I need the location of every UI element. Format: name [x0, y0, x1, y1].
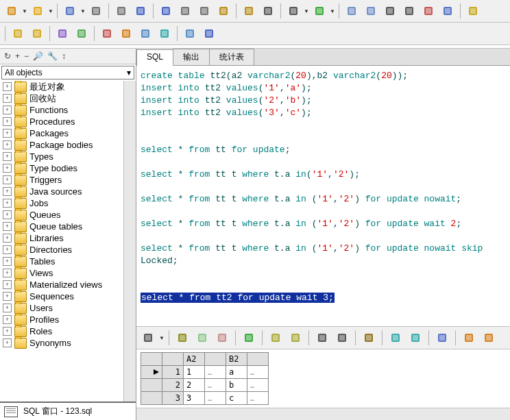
undo-button[interactable] — [132, 2, 149, 20]
svg-rect-41 — [470, 8, 476, 14]
svg-rect-33 — [387, 8, 393, 14]
svg-rect-37 — [426, 8, 431, 14]
main-toolbar-2 — [0, 23, 510, 45]
svg-rect-35 — [406, 8, 412, 14]
cylinder-lock-button[interactable] — [181, 25, 199, 42]
svg-rect-17 — [202, 8, 207, 14]
svg-rect-7 — [93, 8, 99, 14]
svg-rect-61 — [206, 31, 212, 36]
dropdown-icon[interactable]: ▼ — [330, 8, 335, 14]
cylinder-orange-button[interactable] — [117, 25, 135, 42]
wand-button[interactable] — [53, 25, 71, 42]
cut-button[interactable] — [176, 2, 194, 20]
svg-rect-51 — [104, 31, 110, 36]
svg-rect-1 — [9, 8, 14, 14]
exec-doc-button[interactable] — [343, 2, 361, 20]
dropdown-icon[interactable]: ▼ — [80, 8, 86, 14]
main-toolbar-1: ▼▼▼▼▼ — [0, 0, 510, 23]
svg-rect-25 — [291, 8, 296, 14]
svg-rect-47 — [60, 31, 65, 36]
cylinder-green-button[interactable] — [73, 25, 90, 42]
folder-open-yellow-button[interactable] — [29, 2, 47, 20]
svg-rect-5 — [67, 8, 73, 14]
gear-button[interactable] — [28, 25, 46, 42]
svg-rect-3 — [35, 8, 40, 14]
cylinder-sql-button[interactable] — [136, 25, 154, 42]
find-next-button[interactable] — [284, 2, 302, 20]
dropdown-icon[interactable]: ▼ — [22, 8, 27, 14]
dropdown-icon[interactable]: ▼ — [304, 8, 309, 14]
svg-rect-11 — [138, 8, 143, 14]
help-button[interactable] — [200, 25, 218, 42]
svg-rect-49 — [79, 31, 84, 36]
chat-button[interactable] — [464, 2, 482, 20]
print-button[interactable] — [87, 2, 105, 20]
print-preview-button[interactable] — [112, 2, 130, 20]
svg-rect-43 — [15, 31, 21, 36]
folder-open-button[interactable] — [3, 2, 21, 20]
svg-rect-29 — [349, 8, 354, 14]
svg-rect-53 — [123, 31, 129, 36]
copy-button[interactable] — [195, 2, 213, 20]
svg-rect-55 — [143, 31, 148, 36]
clipboard-button[interactable] — [240, 2, 258, 20]
dropdown-icon[interactable]: ▼ — [48, 8, 53, 14]
doc-blue-button[interactable] — [439, 2, 457, 20]
svg-rect-45 — [34, 31, 40, 36]
svg-rect-13 — [163, 8, 169, 14]
indent-right-button[interactable] — [400, 2, 418, 20]
cylinder-teal-button[interactable] — [156, 25, 173, 42]
svg-rect-57 — [162, 31, 167, 36]
doc-red-button[interactable] — [420, 2, 437, 20]
exec-green-button[interactable] — [311, 2, 328, 20]
svg-rect-31 — [368, 8, 374, 14]
save-button[interactable] — [61, 2, 79, 20]
svg-rect-23 — [265, 8, 271, 14]
svg-rect-9 — [119, 8, 124, 14]
svg-rect-21 — [246, 8, 252, 14]
key-button[interactable] — [9, 25, 27, 42]
svg-rect-59 — [187, 31, 193, 36]
doc-button[interactable] — [362, 2, 380, 20]
svg-rect-19 — [221, 8, 226, 14]
find-button[interactable] — [259, 2, 277, 20]
paste-button[interactable] — [215, 2, 232, 20]
svg-rect-15 — [182, 8, 188, 14]
cylinder-red-up-button[interactable] — [98, 25, 116, 42]
indent-left-button[interactable] — [381, 2, 399, 20]
svg-rect-27 — [317, 8, 322, 14]
svg-rect-39 — [445, 8, 450, 14]
redo-button[interactable] — [157, 2, 175, 20]
